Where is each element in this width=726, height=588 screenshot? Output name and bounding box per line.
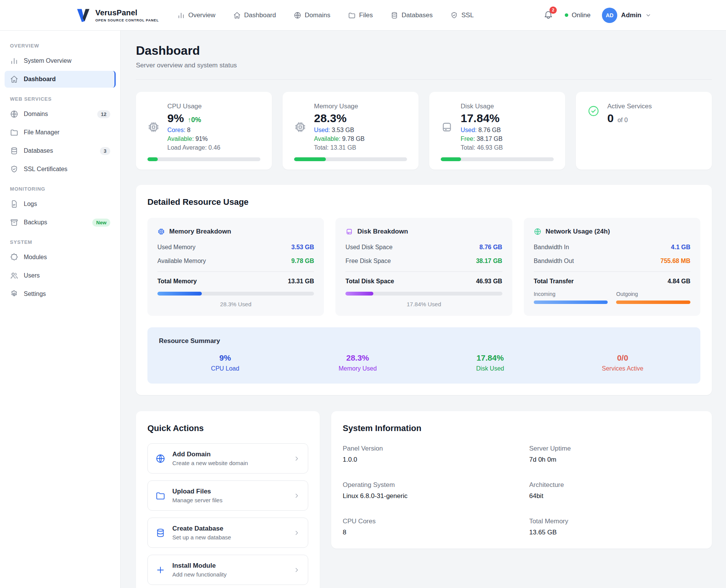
stat-title: Memory Usage — [314, 103, 365, 110]
disk-progress-track — [441, 157, 554, 161]
notifications-button[interactable]: 2 — [543, 10, 553, 21]
stat-line: Load Average: 0.46 — [167, 144, 221, 151]
nav-dashboard[interactable]: Dashboard — [233, 11, 276, 19]
brand-name: VerusPanel — [95, 8, 159, 17]
network-usage-panel: Network Usage (24h) Bandwidth In4.1 GB B… — [524, 218, 700, 316]
main-content: Dashboard Server overview and system sta… — [121, 31, 726, 588]
status-label: Online — [572, 11, 590, 19]
home-icon — [233, 11, 241, 19]
chevron-right-icon — [293, 567, 300, 573]
notification-badge: 2 — [549, 7, 557, 14]
archive-box-icon — [10, 218, 18, 227]
stat-line: Cores: 8 — [167, 127, 221, 134]
resource-summary: Resource Summary 9% CPU Load 28.3% Memor… — [147, 327, 700, 384]
chevron-right-icon — [293, 529, 300, 536]
disk-breakdown-fill — [345, 292, 373, 296]
page-subtitle: Server overview and system status — [136, 62, 712, 69]
sidebar-section-monitoring: MONITORING — [10, 186, 120, 192]
info-server-uptime: Server Uptime 7d 0h 0m — [529, 445, 700, 464]
services-value: 0 — [607, 112, 614, 125]
disk-progress-fill — [441, 157, 461, 161]
puzzle-icon — [10, 253, 18, 261]
outgoing-label: Outgoing — [616, 291, 690, 297]
nav-files[interactable]: Files — [348, 11, 373, 19]
hard-drive-icon — [345, 228, 353, 235]
info-architecture: Architecture 64bit — [529, 481, 700, 500]
server-status: Online — [565, 11, 590, 19]
stat-title: CPU Usage — [167, 103, 221, 110]
disk-value: 17.84% — [461, 112, 500, 125]
globe-icon — [10, 110, 18, 118]
stat-title: Disk Usage — [461, 103, 503, 110]
sidebar-item-ssl-certificates[interactable]: SSL Certificates — [5, 161, 116, 178]
brand[interactable]: VerusPanel OPEN SOURCE CONTROL PANEL — [75, 7, 159, 24]
sidebar-section-overview: OVERVIEW — [10, 43, 120, 49]
panel-row: Free Disk Space38.17 GB — [345, 258, 502, 265]
panel-caption: 17.84% Used — [345, 301, 502, 307]
disk-breakdown-panel: Disk Breakdown Used Disk Space8.76 GB Fr… — [335, 218, 512, 316]
chevron-down-icon — [645, 12, 651, 18]
nav-domains[interactable]: Domains — [294, 11, 330, 19]
quick-actions-title: Quick Actions — [147, 423, 308, 433]
incoming-label: Incoming — [534, 291, 608, 297]
sidebar-item-backups[interactable]: Backups New — [5, 214, 116, 231]
panel-total-row: Total Transfer4.84 GB — [534, 271, 690, 285]
chevron-right-icon — [293, 455, 300, 462]
nav-overview[interactable]: Overview — [177, 11, 216, 19]
panel-row: Used Memory3.53 GB — [157, 244, 314, 251]
top-bar: VerusPanel OPEN SOURCE CONTROL PANEL Ove… — [0, 0, 726, 31]
create-database-action[interactable]: Create Database Set up a new database — [147, 518, 308, 548]
databases-count-badge: 3 — [100, 147, 110, 155]
top-bar-right: 2 Online AD Admin — [543, 8, 651, 23]
cpu-value: 9% — [167, 112, 184, 125]
nav-ssl[interactable]: SSL — [450, 11, 474, 19]
quick-actions-card: Quick Actions Add Domain Create a new we… — [136, 411, 320, 588]
database-icon — [155, 528, 165, 538]
info-total-memory: Total Memory 13.65 GB — [529, 518, 700, 536]
sidebar-item-system-overview[interactable]: System Overview — [5, 52, 116, 69]
page-title: Dashboard — [136, 44, 712, 58]
sidebar-item-users[interactable]: Users — [5, 267, 116, 284]
sidebar-item-databases[interactable]: Databases 3 — [5, 142, 116, 159]
panel-title: Memory Breakdown — [169, 228, 231, 235]
bar-chart-icon — [177, 11, 185, 19]
sidebar-item-logs[interactable]: Logs — [5, 196, 116, 212]
cpu-trend: ↑0% — [188, 116, 201, 124]
bar-chart-icon — [10, 57, 18, 65]
shield-check-icon — [10, 165, 18, 173]
add-domain-action[interactable]: Add Domain Create a new website domain — [147, 443, 308, 474]
install-module-action[interactable]: Install Module Add new functionality — [147, 555, 308, 585]
gear-icon — [10, 290, 18, 298]
memory-progress-fill — [294, 157, 326, 161]
sidebar-item-dashboard[interactable]: Dashboard — [5, 71, 116, 88]
disk-usage-card: Disk Usage 17.84% Used: 8.76 GB Free: 38… — [429, 92, 565, 170]
summary-cpu: 9% CPU Load — [159, 353, 291, 372]
stat-line: Total: 13.31 GB — [314, 144, 365, 151]
sidebar-section-web-services: WEB SERVICES — [10, 96, 120, 102]
document-icon — [10, 200, 18, 208]
hard-drive-icon — [441, 121, 453, 133]
stat-cards: CPU Usage 9% ↑0% Cores: 8 Available: 91%… — [136, 92, 712, 170]
sidebar-item-settings[interactable]: Settings — [5, 286, 116, 302]
user-menu[interactable]: AD Admin — [602, 8, 651, 23]
upload-files-action[interactable]: Upload Files Manage server files — [147, 480, 308, 511]
online-dot-icon — [565, 13, 568, 17]
cpu-usage-card: CPU Usage 9% ↑0% Cores: 8 Available: 91%… — [136, 92, 272, 170]
sidebar-item-modules[interactable]: Modules — [5, 249, 116, 266]
nav-databases[interactable]: Databases — [391, 11, 433, 19]
sidebar-item-file-manager[interactable]: File Manager — [5, 124, 116, 141]
page-head: Dashboard Server overview and system sta… — [136, 44, 712, 80]
sidebar-item-domains[interactable]: Domains 12 — [5, 106, 116, 122]
database-icon — [10, 147, 18, 155]
memory-breakdown-fill — [157, 292, 202, 296]
chevron-right-icon — [293, 492, 300, 499]
services-suffix: of 0 — [618, 117, 628, 124]
system-information-card: System Information Panel Version 1.0.0 S… — [331, 411, 712, 549]
panel-total-row: Total Disk Space46.93 GB — [345, 271, 502, 285]
panel-row: Used Disk Space8.76 GB — [345, 244, 502, 251]
shield-check-icon — [450, 11, 458, 19]
brand-tagline: OPEN SOURCE CONTROL PANEL — [95, 18, 159, 22]
globe-icon — [155, 454, 165, 464]
stat-line: Free: 38.17 GB — [461, 136, 503, 142]
resource-panels: Memory Breakdown Used Memory3.53 GB Avai… — [147, 218, 700, 316]
